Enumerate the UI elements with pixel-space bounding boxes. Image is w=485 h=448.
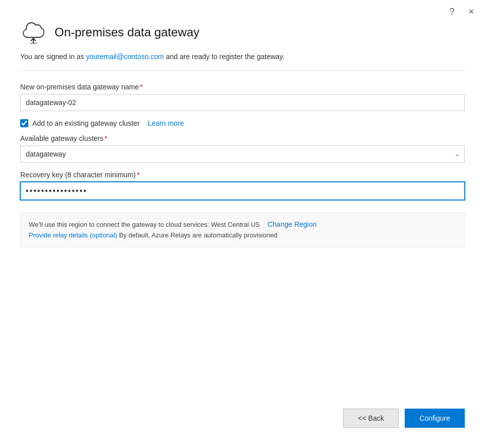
cluster-select-wrapper: datagateway ⌄ — [20, 145, 465, 163]
required-star-cluster: * — [105, 134, 107, 142]
info-section: We'll use this region to connect the gat… — [20, 212, 465, 247]
configure-button[interactable]: Configure — [405, 409, 465, 428]
signed-in-info: You are signed in as youremail@contoso.c… — [20, 52, 465, 62]
dialog-titlebar: ? × — [0, 0, 485, 21]
gateway-name-input[interactable] — [20, 94, 465, 111]
cluster-select[interactable]: datagateway — [20, 145, 465, 163]
section-divider — [20, 70, 465, 71]
checkbox-row: Add to an existing gateway cluster Learn… — [20, 119, 465, 127]
change-region-link[interactable]: Change Region — [267, 220, 316, 228]
cluster-group: Available gateway clusters* datagateway … — [20, 134, 465, 163]
gateway-name-group: New on-premises data gateway name* — [20, 83, 465, 111]
required-star-name: * — [140, 83, 142, 91]
dialog-footer: << Back Configure — [0, 399, 485, 448]
recovery-key-input[interactable] — [20, 182, 465, 200]
back-button[interactable]: << Back — [343, 409, 399, 428]
help-button[interactable]: ? — [446, 6, 457, 17]
learn-more-link[interactable]: Learn more — [148, 119, 184, 127]
close-button[interactable]: × — [465, 6, 477, 17]
gateway-name-label: New on-premises data gateway name* — [20, 83, 465, 91]
page-title: On-premises data gateway — [55, 25, 200, 39]
add-to-cluster-label: Add to an existing gateway cluster — [32, 119, 139, 127]
user-email-link[interactable]: youremail@contoso.com — [86, 53, 164, 61]
add-to-cluster-checkbox[interactable] — [20, 119, 28, 127]
dialog-header: On-premises data gateway — [20, 21, 465, 43]
relay-info: Provide relay details (optional) By defa… — [29, 230, 456, 241]
dialog-container: ? × On-premises data gateway You are sig… — [0, 0, 485, 448]
dialog-content: On-premises data gateway You are signed … — [0, 21, 485, 399]
provide-relay-link[interactable]: Provide relay details (optional) — [29, 231, 117, 239]
cluster-label: Available gateway clusters* — [20, 134, 465, 142]
cloud-gateway-icon — [20, 21, 46, 43]
region-info: We'll use this region to connect the gat… — [29, 219, 456, 230]
recovery-key-label: Recovery key (8 character minimum)* — [20, 171, 465, 179]
required-star-key: * — [137, 171, 139, 179]
recovery-key-group: Recovery key (8 character minimum)* — [20, 171, 465, 200]
